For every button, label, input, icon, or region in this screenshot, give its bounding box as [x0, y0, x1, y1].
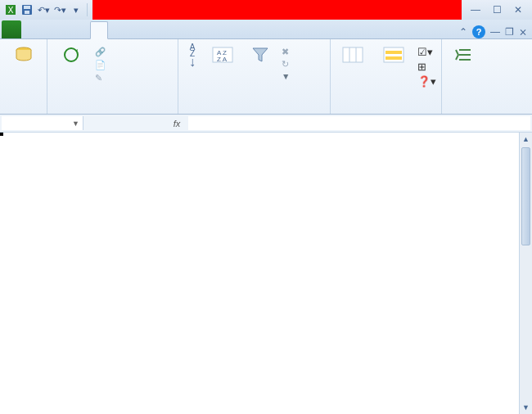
ribbon-tabs: ⌃ ? — ❐ ⨯	[0, 20, 532, 39]
ribbon: 🔗 📄 ✎ AZ↓ A ZZ A ✖ ↻ ▼	[0, 39, 532, 115]
svg-text:X: X	[8, 6, 14, 15]
insert-tab[interactable]	[41, 20, 57, 38]
scroll-down-icon[interactable]: ▼	[520, 401, 532, 414]
group-label	[5, 111, 42, 114]
svg-text:Z A: Z A	[217, 56, 228, 63]
excel-icon[interactable]: X	[3, 2, 18, 17]
file-tab[interactable]	[2, 20, 21, 38]
vertical-scrollbar[interactable]: ▲ ▼	[519, 133, 532, 414]
reapply-button[interactable]: ↻	[282, 58, 292, 70]
edit-links-icon: ✎	[95, 73, 102, 83]
maximize-button[interactable]: ☐	[486, 2, 507, 17]
scroll-up-icon[interactable]: ▲	[520, 133, 532, 146]
scroll-thumb[interactable]	[521, 147, 530, 245]
sort-asc-button[interactable]: AZ↓	[183, 41, 201, 67]
svg-rect-3	[24, 6, 30, 9]
formula-bar: ▼ fx	[0, 115, 532, 133]
text-to-columns-icon	[341, 44, 364, 65]
outline-button[interactable]	[447, 41, 481, 67]
consolidate-icon[interactable]: ⊞	[417, 61, 436, 73]
save-icon[interactable]	[20, 2, 34, 17]
fx-icon[interactable]: fx	[167, 116, 187, 130]
connections-icon: 🔗	[95, 47, 106, 57]
home-tab[interactable]	[25, 20, 41, 38]
close-button[interactable]: ✕	[507, 2, 529, 17]
data-tab[interactable]	[90, 21, 108, 39]
ribbon-minimize-icon[interactable]: ⌃	[459, 26, 467, 38]
pagelayout-tab[interactable]	[57, 20, 74, 38]
formulas-tab[interactable]	[74, 20, 90, 38]
window-controls: — ☐ ✕	[462, 2, 532, 17]
doc-minimize-icon[interactable]: —	[490, 26, 500, 38]
review-tab[interactable]	[108, 20, 124, 38]
svg-rect-4	[25, 11, 29, 14]
clear-icon: ✖	[282, 47, 289, 56]
separator	[87, 3, 88, 16]
group-label-sortfilter	[183, 111, 325, 114]
undo-icon[interactable]: ↶▾	[36, 2, 51, 17]
clear-button[interactable]: ✖	[282, 46, 292, 57]
group-label-datatools	[336, 111, 436, 114]
svg-rect-13	[384, 47, 404, 62]
doc-close-icon[interactable]: ⨯	[519, 26, 527, 38]
quick-access-toolbar: X ↶▾ ↷▾ ▾	[0, 2, 92, 17]
refresh-all-button[interactable]	[52, 41, 90, 67]
advanced-button[interactable]: ▼	[282, 70, 292, 82]
sort-button[interactable]: A ZZ A	[206, 41, 239, 67]
name-box[interactable]: ▼	[2, 116, 83, 130]
edit-links-button[interactable]: ✎	[95, 72, 108, 83]
reapply-icon: ↻	[282, 59, 289, 69]
title-bar: X ↶▾ ↷▾ ▾ — ☐ ✕	[0, 0, 532, 20]
outline-icon	[453, 44, 476, 65]
group-label-connections	[52, 111, 173, 114]
minimize-button[interactable]: —	[465, 2, 486, 17]
remove-duplicates-button[interactable]	[375, 41, 413, 67]
remove-duplicates-icon	[382, 44, 405, 65]
sort-dialog-icon: A ZZ A	[211, 44, 234, 65]
view-tab[interactable]	[124, 20, 141, 38]
help-icon[interactable]: ?	[472, 25, 485, 38]
connections-button[interactable]: 🔗	[95, 46, 108, 58]
formula-input[interactable]	[188, 116, 530, 130]
window-title	[92, 0, 462, 20]
funnel-icon	[249, 44, 272, 65]
properties-button[interactable]: 📄	[95, 59, 108, 71]
svg-point-6	[65, 48, 78, 61]
get-external-data-button[interactable]	[5, 41, 42, 67]
filter-button[interactable]	[244, 41, 277, 67]
svg-rect-14	[385, 51, 402, 54]
worksheet[interactable]: ▲ ▼	[0, 133, 532, 414]
refresh-icon	[60, 44, 83, 65]
selection-border	[0, 133, 3, 136]
database-icon	[12, 44, 35, 65]
svg-rect-10	[343, 47, 363, 62]
text-to-columns-button[interactable]	[336, 41, 370, 67]
advanced-icon: ▼	[282, 71, 290, 81]
doc-restore-icon[interactable]: ❐	[505, 26, 514, 38]
properties-icon: 📄	[95, 60, 106, 70]
group-label-outline	[447, 111, 481, 114]
whatif-icon[interactable]: ❓▾	[417, 75, 436, 88]
data-validation-icon[interactable]: ☑▾	[417, 46, 436, 58]
dropdown-icon: ▼	[72, 119, 79, 128]
redo-icon[interactable]: ↷▾	[52, 2, 67, 17]
svg-rect-15	[385, 56, 402, 60]
qat-customize-icon[interactable]: ▾	[69, 2, 83, 17]
